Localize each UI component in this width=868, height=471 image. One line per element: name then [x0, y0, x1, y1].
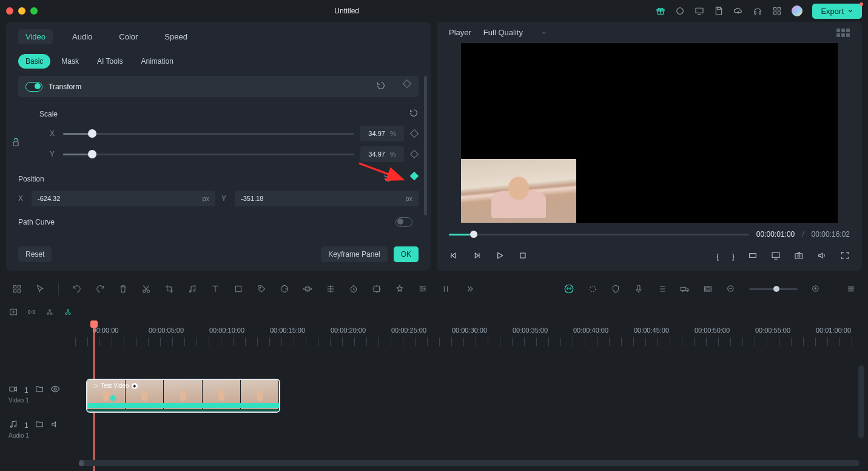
mark-out-icon[interactable]: }: [732, 252, 735, 261]
fullscreen-icon[interactable]: [840, 251, 850, 262]
timeline-vscroll[interactable]: [858, 365, 864, 438]
timeline-ruler[interactable]: 00:00:0000:00:05:0000:00:10:0000:00:15:0…: [75, 324, 860, 348]
property-scrollbar[interactable]: [424, 76, 427, 215]
magnet-icon[interactable]: [63, 307, 73, 319]
pos-y-input[interactable]: -351.18px: [235, 191, 419, 206]
snapshot-icon[interactable]: [794, 251, 804, 262]
dashed-circle-icon[interactable]: [588, 284, 597, 294]
seekbar[interactable]: [449, 234, 749, 235]
stop-icon[interactable]: [518, 251, 528, 262]
effect-icon[interactable]: [395, 284, 405, 294]
eye-icon[interactable]: [50, 384, 60, 396]
settings-icon[interactable]: [418, 284, 428, 294]
reload-icon[interactable]: [280, 284, 289, 294]
cloud-icon[interactable]: [733, 6, 743, 16]
add-track-icon[interactable]: [8, 307, 18, 319]
tab-color[interactable]: Color: [112, 29, 145, 44]
video-clip[interactable]: Test Video◆: [86, 379, 280, 413]
close-icon[interactable]: [6, 7, 13, 15]
scale-y-value[interactable]: 34.97%: [360, 146, 404, 162]
scale-y-slider[interactable]: [63, 154, 354, 155]
reset-position-icon[interactable]: [383, 173, 393, 185]
link-icon[interactable]: [27, 307, 36, 319]
truck-icon[interactable]: [680, 284, 690, 294]
cut-icon[interactable]: [141, 284, 151, 294]
subtab-mask[interactable]: Mask: [54, 54, 86, 69]
scale-x-value[interactable]: 34.97%: [360, 126, 404, 141]
position-keyframe-icon[interactable]: [410, 173, 419, 185]
play-icon[interactable]: [495, 251, 505, 262]
export-button[interactable]: Export: [812, 4, 862, 19]
video-track-lane[interactable]: Test Video◆: [75, 379, 860, 409]
tab-video[interactable]: Video: [18, 29, 53, 44]
tab-speed[interactable]: Speed: [157, 29, 195, 44]
timeline-hscroll[interactable]: [79, 460, 860, 466]
next-frame-icon[interactable]: [472, 251, 482, 262]
list-icon[interactable]: [657, 284, 667, 294]
player-canvas[interactable]: [461, 43, 838, 223]
mark-in-icon[interactable]: {: [716, 252, 719, 261]
zoom-in-icon[interactable]: [811, 284, 821, 294]
undo-icon[interactable]: [72, 284, 82, 294]
subtab-ai-tools[interactable]: AI Tools: [90, 54, 130, 69]
planet-icon[interactable]: [303, 284, 312, 294]
audio-track-lane[interactable]: [75, 414, 860, 444]
headphones-icon[interactable]: [753, 6, 762, 16]
maximize-icon[interactable]: [30, 7, 38, 15]
tab-audio[interactable]: Audio: [65, 29, 99, 44]
delete-icon[interactable]: [118, 284, 128, 294]
keyframe-panel-button[interactable]: Keyframe Panel: [321, 246, 387, 262]
redo-icon[interactable]: [95, 284, 105, 294]
lock-aspect-icon[interactable]: [11, 138, 21, 149]
tag-icon[interactable]: [257, 284, 266, 294]
pos-x-input[interactable]: -624.32px: [32, 191, 215, 206]
subtab-animation[interactable]: Animation: [133, 54, 180, 69]
display-settings-icon[interactable]: [771, 251, 781, 262]
text-icon[interactable]: [210, 284, 220, 294]
reset-scale-icon[interactable]: [409, 108, 419, 120]
gift-icon[interactable]: [656, 6, 665, 16]
frame2-icon[interactable]: [703, 284, 713, 294]
tool-grid-icon[interactable]: [12, 284, 22, 294]
zoom-slider[interactable]: [749, 288, 798, 290]
view-layout-icon[interactable]: [836, 29, 850, 37]
pause-icon[interactable]: [441, 284, 451, 294]
grid-view-icon[interactable]: [846, 284, 856, 294]
ai-assist-icon[interactable]: [564, 283, 574, 294]
apps-icon[interactable]: [772, 6, 782, 16]
subtab-basic[interactable]: Basic: [18, 54, 50, 69]
music-icon[interactable]: [187, 284, 197, 294]
align-icon[interactable]: [326, 284, 335, 294]
scale-y-keyframe-icon[interactable]: [410, 151, 419, 157]
transform-keyframe-icon[interactable]: [403, 81, 411, 92]
mic-icon[interactable]: [634, 284, 644, 294]
shield-icon[interactable]: [611, 284, 621, 294]
reset-button[interactable]: Reset: [18, 246, 52, 262]
scale-x-keyframe-icon[interactable]: [410, 130, 419, 137]
export-target-icon[interactable]: [372, 284, 382, 294]
transform-toggle[interactable]: [25, 82, 42, 92]
more-icon[interactable]: [464, 284, 474, 294]
record-icon[interactable]: [675, 6, 685, 16]
frame-icon[interactable]: [234, 284, 243, 294]
scale-x-slider[interactable]: [63, 133, 354, 135]
avatar[interactable]: [792, 5, 802, 16]
folder-icon[interactable]: [35, 384, 44, 396]
reset-transform-icon[interactable]: [376, 81, 386, 92]
timer-icon[interactable]: [349, 284, 358, 294]
prev-frame-icon[interactable]: [449, 251, 459, 262]
volume-icon[interactable]: [817, 251, 827, 262]
tool-select-icon[interactable]: [35, 284, 45, 294]
path-curve-toggle[interactable]: [395, 217, 412, 227]
folder-icon[interactable]: [35, 419, 44, 431]
speaker-icon[interactable]: [50, 419, 60, 431]
zoom-out-icon[interactable]: [726, 284, 736, 294]
minimize-icon[interactable]: [18, 7, 25, 15]
quality-selector[interactable]: Full Quality: [483, 28, 547, 37]
save-icon[interactable]: [714, 6, 724, 16]
keys-icon[interactable]: [45, 307, 55, 319]
crop-icon[interactable]: [164, 284, 174, 294]
ok-button[interactable]: OK: [394, 246, 419, 262]
aspect-icon[interactable]: [748, 251, 758, 262]
display-icon[interactable]: [695, 6, 704, 16]
